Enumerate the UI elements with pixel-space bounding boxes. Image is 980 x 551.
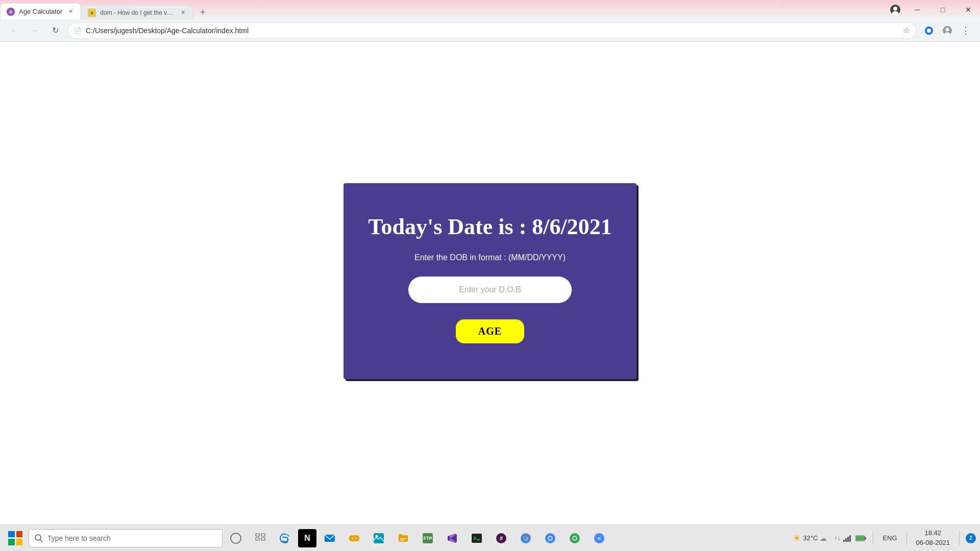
taskbar-photos[interactable]	[368, 527, 390, 549]
reload-button[interactable]: ↻	[47, 22, 63, 39]
tab-favicon-dom: S	[88, 9, 96, 17]
terminal-icon	[471, 532, 483, 544]
svg-rect-15	[256, 534, 259, 536]
clock-time: 18:42	[916, 529, 950, 538]
record-icon	[924, 26, 934, 35]
chrome1-icon	[520, 532, 532, 544]
language-indicator[interactable]: ENG	[879, 533, 900, 543]
start-button[interactable]	[4, 527, 27, 549]
svg-rect-17	[256, 538, 259, 540]
file-icon: 📄	[74, 27, 82, 34]
start-tile-1	[8, 531, 15, 538]
system-tray-icons[interactable]: ↑↓	[834, 535, 867, 542]
tray-divider	[873, 531, 873, 545]
url-text: C:/Users/jugesh/Desktop/Age-Calculator/i…	[86, 27, 899, 35]
profile-icon	[890, 4, 901, 15]
new-tab-label: +	[200, 7, 206, 18]
age-calculator-card: Today's Date is : 8/6/2021 Enter the DOB…	[344, 183, 636, 379]
svg-rect-28	[400, 540, 404, 541]
svg-point-6	[892, 11, 898, 15]
window-controls: ─ □ ✕	[887, 0, 980, 19]
notification-count: 2	[969, 535, 972, 541]
taskbar: Type here to search N	[0, 524, 980, 551]
tray-divider-2	[906, 531, 907, 545]
dob-input[interactable]	[408, 277, 572, 303]
forward-button[interactable]: →	[27, 22, 43, 39]
profile-icon-btn[interactable]	[887, 2, 903, 18]
taskbar-chrome-1[interactable]	[514, 527, 537, 549]
weather-widget[interactable]: ☀ 32°C ☁	[790, 532, 830, 545]
svg-rect-49	[849, 535, 851, 542]
svg-text:S: S	[91, 11, 93, 15]
taskbar-mail[interactable]	[318, 527, 341, 549]
back-button[interactable]: ←	[6, 22, 22, 39]
close-button[interactable]: ✕	[957, 0, 980, 19]
svg-line-13	[40, 540, 42, 542]
svg-point-23	[355, 537, 356, 538]
dob-format-hint: Enter the DOB in format : (MM/DD/YYYY)	[414, 253, 566, 262]
wifi-icon	[843, 535, 852, 542]
taskbar-terminal[interactable]	[465, 527, 488, 549]
taskbar-chrome-2[interactable]	[539, 527, 561, 549]
maximize-button[interactable]: □	[931, 0, 954, 19]
svg-rect-51	[865, 537, 866, 539]
tabs-area: A Age Calculator ✕ S dom - How do I get …	[0, 0, 883, 19]
clock-date: 06-08-2021	[916, 538, 950, 547]
toolbar: ← → ↻ 📄 C:/Users/jugesh/Desktop/Age-Calc…	[0, 19, 980, 42]
minimize-button[interactable]: ─	[905, 0, 929, 19]
profile-avatar-btn[interactable]	[939, 22, 955, 39]
taskbar-cortana[interactable]	[225, 527, 247, 549]
minimize-icon: ─	[915, 6, 920, 14]
updown-arrow-icon: ↑↓	[834, 535, 840, 542]
tab-label-dom: dom - How do I get the value of	[100, 9, 175, 16]
search-placeholder-text: Type here to search	[47, 534, 111, 542]
start-tile-2	[16, 531, 23, 538]
start-tile-4	[16, 539, 23, 545]
address-bar[interactable]: 📄 C:/Users/jugesh/Desktop/Age-Calculator…	[67, 22, 917, 39]
tab-close-dom[interactable]: ✕	[179, 9, 187, 17]
weather-cloud-icon: ☁	[820, 534, 827, 542]
taskbar-ftp[interactable]: FTP	[416, 527, 439, 549]
more-menu-btn[interactable]: ⋮	[958, 22, 974, 39]
tab-dom[interactable]: S dom - How do I get the value of ✕	[81, 5, 193, 19]
taskbar-vscode[interactable]	[441, 527, 463, 549]
svg-point-5	[893, 7, 897, 11]
ftp-icon: FTP	[422, 532, 434, 544]
taskbar-chrome-3[interactable]	[564, 527, 586, 549]
vscode-icon	[446, 532, 458, 544]
maximize-icon: □	[941, 6, 945, 14]
taskbar-taskview[interactable]	[249, 527, 272, 549]
tab-age-calculator[interactable]: A Age Calculator ✕	[0, 3, 81, 19]
title-bar: A Age Calculator ✕ S dom - How do I get …	[0, 0, 980, 19]
clock-display[interactable]: 18:42 06-08-2021	[913, 528, 953, 548]
explorer-icon	[397, 532, 409, 544]
page-content: Today's Date is : 8/6/2021 Enter the DOB…	[0, 42, 980, 551]
weather-temp: 32°C	[803, 534, 818, 542]
tab-label-age-calc: Age Calculator	[19, 8, 62, 15]
svg-rect-27	[400, 538, 406, 539]
today-date-prefix: Today's Date is :	[368, 214, 526, 239]
taskbar-nordvpn[interactable]: N	[588, 527, 610, 549]
bookmark-icon[interactable]: ☆	[903, 26, 910, 35]
start-tile-3	[8, 539, 15, 545]
svg-text:A: A	[9, 10, 12, 14]
new-tab-button[interactable]: +	[195, 5, 210, 19]
svg-rect-18	[261, 538, 265, 540]
age-button[interactable]: AGE	[456, 319, 524, 343]
close-icon: ✕	[965, 6, 971, 14]
search-icon	[34, 534, 43, 543]
svg-point-14	[231, 533, 241, 543]
notification-badge[interactable]: 2	[966, 533, 976, 543]
nordvpn-icon: N	[593, 532, 605, 544]
taskbar-explorer[interactable]	[392, 527, 414, 549]
taskbar-games[interactable]	[343, 527, 365, 549]
today-date-display: Today's Date is : 8/6/2021	[368, 214, 612, 241]
taskbar-slack[interactable]: #	[490, 527, 512, 549]
battery-icon	[855, 535, 867, 541]
taskbar-notion[interactable]: N	[298, 529, 316, 547]
taskbar-search[interactable]: Type here to search	[29, 529, 223, 547]
record-icon-btn[interactable]	[921, 22, 937, 39]
svg-rect-20	[349, 535, 359, 541]
tab-close-age-calc[interactable]: ✕	[66, 8, 75, 16]
taskbar-edge[interactable]	[274, 527, 296, 549]
